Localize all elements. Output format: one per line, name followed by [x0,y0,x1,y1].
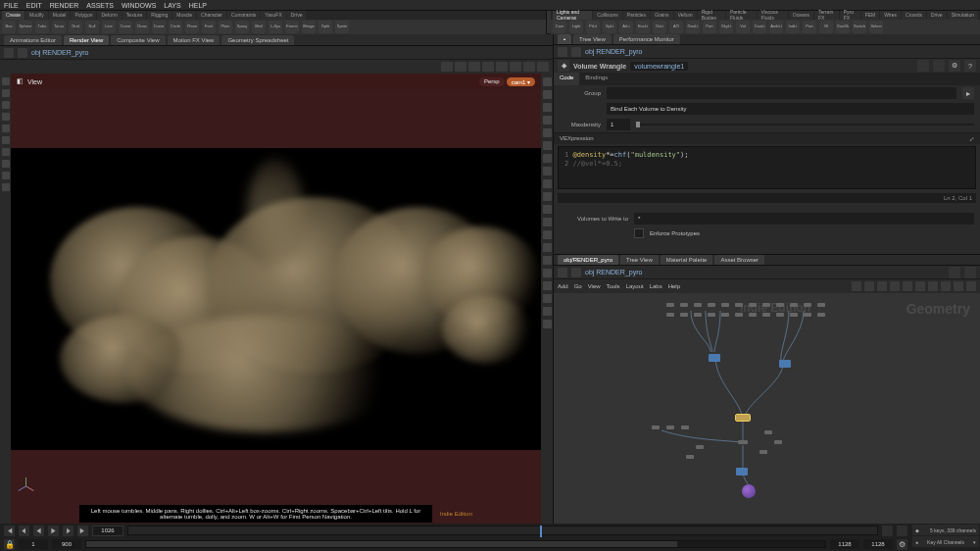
node-filecache-r1-6[interactable] [749,313,757,317]
net-menu-layout[interactable]: Layout [626,283,644,289]
range-start-field[interactable]: 900 [52,539,81,549]
menu-layouts[interactable]: LAYS [164,2,180,9]
shelf-tab-drive[interactable]: Drive [287,11,307,20]
node-filecache-r0-9[interactable] [790,303,798,307]
node-filecache-r0-8[interactable] [776,303,784,307]
node-filecache-r1-9[interactable] [790,313,798,317]
param-path-text[interactable]: obj RENDER_pyro [585,48,642,55]
node-output[interactable] [736,468,748,476]
disp-opt12-icon[interactable] [543,218,552,226]
menu-help[interactable]: HELP [189,2,207,9]
move-tool-icon[interactable] [2,89,10,97]
shelf-tab-drive[interactable]: Drive [927,11,947,20]
net-nav-fwd-icon[interactable] [571,268,581,277]
net-pane-tab-2[interactable]: Material Palette [661,255,713,265]
handle-tool-icon[interactable] [2,125,10,132]
net-tool3-icon[interactable] [877,281,887,291]
node-volumewrangle-selected[interactable] [736,415,750,421]
net-tool1-icon[interactable] [852,281,861,291]
playbar-controls[interactable]: 1026 [0,524,911,537]
shelf-tab-particle-fluids[interactable]: Particle Fluids [726,11,757,20]
node-s2[interactable] [774,440,782,444]
param-nav-fwd-icon[interactable] [571,47,581,57]
keys-info[interactable]: ◆5 keys, 339 channels [912,525,979,535]
disp-opt8-icon[interactable] [543,167,552,175]
shelf-right-tabs[interactable]: Lights and CamerasCollisionsParticlesGra… [551,11,980,20]
node-s5[interactable] [686,455,694,459]
node-filecache-r1-1[interactable] [680,313,688,317]
rotate-tool-icon[interactable] [2,101,10,109]
shelf-tab-wires[interactable]: Wires [880,11,901,20]
shelf-left-tabs[interactable]: CreateModifyModelPolygonDeformTextureRig… [0,11,546,20]
maxdensity-slider[interactable] [636,124,974,125]
shelf-tab-deform[interactable]: Deform [97,11,121,20]
disp-opt13-icon[interactable] [543,230,552,239]
shelf-tool-plane[interactable]: Plane [185,21,199,33]
shelf-tool-spray[interactable]: Spray [235,21,249,33]
disp-opt14-icon[interactable] [543,243,552,252]
shelf-tool-font[interactable]: Font [202,21,216,33]
menu-windows[interactable]: WINDOWS [122,2,156,9]
menu-edit[interactable]: EDIT [26,2,42,9]
camera-menu-cam[interactable]: cam1 ▾ [507,77,535,86]
node-filecache-r0-6[interactable] [749,303,757,307]
autokey-mode[interactable]: ●Key All Channels▾ [912,536,979,547]
shelf-tab-crowds[interactable]: Crowds [902,11,926,20]
shelf-tool-arlt[interactable]: ArLt [619,21,633,33]
vex-expand-icon[interactable]: ⤢ [969,135,974,142]
node-gear-icon[interactable]: ⚙ [949,60,960,72]
shelf-tool-line[interactable]: Line [102,21,116,33]
shelf-tool-cam[interactable]: Cam [553,21,566,33]
right-upper-pane-tabs[interactable]: •Tree ViewPerformance Monitor [554,34,980,45]
shelf-right-tools[interactable]: CamLightPtLitSpLtArLtEnvLtDsLtAOGeoLtPor… [551,20,980,34]
net-tool6-icon[interactable] [915,281,925,291]
net-nav-back-icon[interactable] [558,268,567,277]
shelf-tab-polygon[interactable]: Polygon [71,11,96,20]
net-tool10-icon[interactable] [966,281,976,291]
node-s3[interactable] [760,450,767,454]
left-pane-tabs[interactable]: Animations EditorRender ViewComposite Vi… [0,34,553,46]
vp-btn6[interactable] [510,62,521,72]
group-select-icon[interactable]: ▸ [962,87,974,99]
shelf-tool-sunsk[interactable]: SunSk [836,21,850,33]
shelf-tool-forest[interactable]: Forest [285,21,299,33]
node-type-icon[interactable]: ◆ [558,60,569,72]
shelf-tab-oceans[interactable]: Oceans [789,11,813,20]
net-menu-go[interactable]: Go [574,283,582,289]
shelf-tool-ao[interactable]: AO [669,21,683,33]
shelf-tool-null[interactable]: Null [85,21,99,33]
shelf-tab-modify[interactable]: Modify [25,11,48,20]
shelf-tab-texture[interactable]: Texture [122,11,146,20]
shelf-tool-tube[interactable]: Tube [35,21,49,33]
disp-opt18-icon[interactable] [543,294,552,303]
node-branch3[interactable] [681,426,689,429]
audio-toggle[interactable] [897,526,907,536]
range-track[interactable] [85,540,826,548]
node-filecache-r1-3[interactable] [708,313,715,317]
shelf-tool-skylt[interactable]: SkyLt [719,21,733,33]
first-frame-button[interactable] [4,526,15,536]
shelf-tab-grains[interactable]: Grains [651,11,673,20]
net-tool5-icon[interactable] [903,281,912,291]
shelf-tab-simulation[interactable]: Simulation [948,11,978,20]
node-filecache-r1-2[interactable] [694,313,702,317]
node-flag2-icon[interactable] [933,60,945,72]
param-sub-tabs[interactable]: Code Bindings [554,73,980,85]
disp-opt4-icon[interactable] [543,116,552,125]
shelf-tool-dslt[interactable]: DsLt [653,21,666,33]
node-filecache-r1-0[interactable] [666,313,674,317]
right-pane-tab-1[interactable]: Tree View [573,34,612,44]
play-button[interactable] [48,526,59,536]
node-s4[interactable] [696,445,704,449]
shelf-tool-merge[interactable]: Merge [302,21,316,33]
tab-code[interactable]: Code [554,73,579,85]
shelf-tool-sphere[interactable]: Sphere [19,21,32,33]
net-tool4-icon[interactable] [890,281,900,291]
timeline-track[interactable] [127,526,878,535]
shelf-tool-circle[interactable]: Circle [169,21,182,33]
node-help-icon[interactable]: ? [964,60,976,72]
net-pane-tab-3[interactable]: Asset Browser [714,255,764,265]
node-filecache-r0-11[interactable] [817,303,825,307]
node-filecache-r1-7[interactable] [762,313,770,317]
shelf-tool-port[interactable]: Port [803,21,816,33]
